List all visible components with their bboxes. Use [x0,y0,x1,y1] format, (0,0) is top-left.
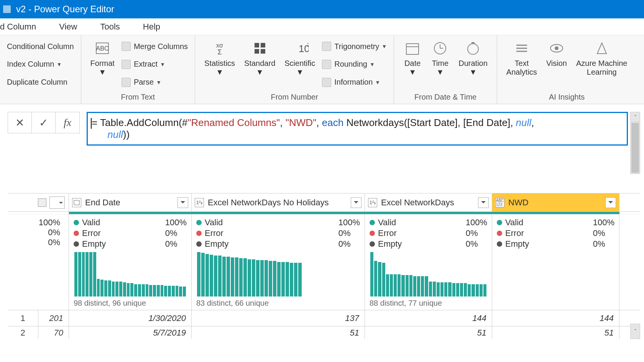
text-analytics-button[interactable]: Text Analytics [502,38,542,78]
chevron-down-icon: ▼ [381,43,387,49]
azure-ml-button[interactable]: Azure Machine Learning [572,38,632,78]
row-number-cell[interactable]: 2 70 [8,326,69,339]
tab-view[interactable]: View [48,22,89,32]
profile-networkdays-no-holidays: Valid100% Error0% Empty0% 83 distinct, 6… [192,215,365,310]
information-button[interactable]: Information▼ [320,76,389,88]
fx-button[interactable]: fx [56,112,79,133]
duration-button[interactable]: Duration▼ [454,38,492,78]
chevron-down-icon: ▼ [375,79,380,85]
date-type-icon[interactable] [72,198,81,207]
distribution-chart [74,252,187,296]
time-button[interactable]: Time▼ [426,38,454,78]
statistics-button[interactable]: xσΣ Statistics▼ [200,38,240,78]
row-number-cell[interactable]: 1 201 [8,310,69,326]
chevron-down-icon: ▼ [436,68,444,76]
column-filter-button[interactable] [605,197,616,208]
vision-icon [547,39,566,57]
formula-bar[interactable]: = Table.AddColumn(#"Renamed Columns", "N… [87,112,628,146]
merge-columns-button[interactable]: Merge Columns [119,40,190,52]
trigonometry-button[interactable]: Trigonometry▼ [320,40,389,52]
commit-formula-button[interactable]: ✓ [32,112,56,133]
svg-rect-6 [255,49,259,54]
column-header-nwd[interactable]: ABC123 NWD [492,193,619,211]
column-header-row: End Date 1²₃ Excel NetworkDays No Holida… [8,193,640,212]
distribution-chart [497,252,614,296]
error-dot-icon [74,231,79,236]
svg-text:2: 2 [307,42,309,48]
time-icon [431,39,449,57]
table-dropdown-button[interactable] [49,197,65,209]
number-type-icon[interactable]: 1²₃ [368,198,377,207]
svg-text:ABC: ABC [96,45,109,52]
standard-icon [251,39,269,57]
cancel-formula-button[interactable]: ✕ [8,112,32,133]
table-row: 1 201 1/30/2020 137 144 144 [8,310,640,326]
conditional-column-button[interactable]: Conditional Column [5,41,76,52]
grid-scroll-up-button[interactable]: ˄ [630,324,640,339]
cell[interactable]: 5/7/2019 [69,326,192,339]
valid-dot-icon [370,220,375,225]
app-icon [3,5,11,13]
vision-button[interactable]: Vision [542,38,572,69]
format-button[interactable]: ABC Format▼ [86,38,119,78]
chevron-up-icon[interactable]: ˄ [631,112,640,122]
date-button[interactable]: Date▼ [399,38,426,78]
table-options-button[interactable] [38,197,65,209]
window-title: v2 - Power Query Editor [16,4,114,15]
table-icon [38,198,46,207]
rounding-button[interactable]: Rounding▼ [320,58,389,70]
group-from-datetime: From Date & Time [399,91,492,103]
svg-point-15 [468,44,478,54]
scientific-button[interactable]: 102 Scientific▼ [280,38,320,78]
svg-text:Σ: Σ [218,48,222,56]
group-ai-insights: AI Insights [502,91,632,103]
table-row: 2 70 5/7/2019 51 51 51 [8,326,640,339]
formula-scrollbar[interactable]: ˄ [630,112,640,174]
chevron-down-icon: ▼ [160,61,165,67]
data-grid: End Date 1²₃ Excel NetworkDays No Holida… [8,193,640,339]
formula-bar-row: ✕ ✓ fx = Table.AddColumn(#"Renamed Colum… [8,112,640,174]
valid-dot-icon [497,220,502,225]
cell[interactable]: 144 [492,310,619,326]
cell[interactable]: 137 [192,310,365,326]
cell[interactable]: 51 [492,326,619,339]
column-header-networkdays-no-holidays[interactable]: 1²₃ Excel NetworkDays No Holidays [192,193,365,211]
any-type-icon[interactable]: ABC123 [495,198,504,207]
group-from-number: From Number [200,91,389,103]
standard-button[interactable]: Standard▼ [240,38,280,78]
svg-rect-7 [261,49,265,54]
svg-rect-16 [472,42,475,44]
scientific-icon: 102 [291,39,309,57]
cell[interactable]: 51 [192,326,365,339]
extract-button[interactable]: Extract▼ [119,58,190,70]
cell[interactable]: 1/30/2020 [69,310,192,326]
empty-dot-icon [497,241,502,247]
duplicate-column-button[interactable]: Duplicate Column [5,76,76,88]
scrollbar-thumb[interactable] [631,123,639,173]
column-filter-button[interactable] [478,197,489,208]
chevron-down-icon: ▼ [99,68,106,76]
parse-button[interactable]: Parse▼ [119,76,190,88]
column-filter-button[interactable] [177,197,188,208]
tab-add-column[interactable]: d Column [0,22,48,32]
statistics-icon: xσΣ [210,39,229,57]
column-header-networkdays[interactable]: 1²₃ Excel NetworkDays [365,193,492,211]
svg-rect-10 [406,44,419,54]
title-bar: v2 - Power Query Editor [0,0,644,18]
tab-help[interactable]: Help [131,22,172,32]
cell[interactable]: 51 [365,326,492,339]
column-filter-button[interactable] [351,197,361,208]
chevron-down-icon: ▼ [296,68,304,76]
profile-networkdays: Valid100% Error0% Empty0% 88 distinct, 7… [365,215,492,310]
index-column-button[interactable]: Index Column▼ [5,58,76,70]
tab-tools[interactable]: Tools [89,22,131,32]
svg-text:xσ: xσ [216,42,223,49]
cell[interactable]: 144 [365,310,492,326]
column-header-end-date[interactable]: End Date [69,193,192,211]
chevron-down-icon: ▼ [370,61,375,67]
number-type-icon[interactable]: 1²₃ [195,198,204,207]
chevron-down-icon: ▼ [469,68,477,76]
svg-point-21 [555,46,559,50]
row-header-stats: 100% 0% 0% [12,218,65,247]
error-dot-icon [370,231,375,236]
